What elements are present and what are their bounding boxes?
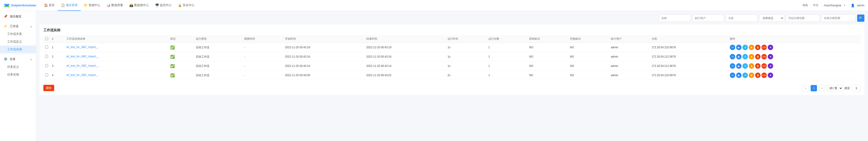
sidebar-item-task-instance[interactable]: 任务实例: [0, 71, 36, 78]
datasource-icon: 🗃️: [129, 3, 133, 7]
status-select[interactable]: 全部状态 成功 失败 运行中: [759, 15, 784, 22]
gantt-btn-2[interactable]: ■: [768, 63, 773, 69]
row-checkbox-2[interactable]: [45, 64, 48, 67]
gantt-btn-0[interactable]: ■: [768, 45, 773, 50]
dataquality-icon: 📊: [106, 3, 111, 7]
row-checkbox-0[interactable]: [45, 46, 48, 48]
next-page-button[interactable]: ›: [819, 85, 825, 91]
nav-monitor[interactable]: 🖥️ 监控中心: [152, 0, 175, 11]
timezone-btn[interactable]: Asia/Shanghai: [824, 4, 841, 7]
gantt-btn-3[interactable]: ■: [768, 73, 773, 78]
rerun-btn-1[interactable]: ▶: [736, 54, 742, 60]
th-runcount: 运行次数: [487, 35, 527, 43]
th-end: 结束时间: [365, 35, 446, 43]
cell-fault-1: NO: [527, 52, 568, 62]
cell-schedule-0: -: [242, 43, 283, 52]
nav-project[interactable]: 📋 项目管理: [58, 0, 81, 11]
cell-runcount-1: 1: [487, 52, 527, 62]
sidebar-section-workflow[interactable]: ⚡ 工作流 ▲: [0, 22, 36, 30]
cell-duration-3: 2s: [446, 71, 487, 80]
recover-btn-0[interactable]: ↺: [742, 45, 748, 50]
page-size-select[interactable]: 10 / 页 20 / 页 50 / 页: [827, 85, 843, 91]
cell-host-0: 172.28.54.210:5678: [650, 43, 728, 52]
nav-dataquality[interactable]: 📊 数据质量: [103, 0, 126, 11]
cell-actions-3: ✏ ▶ ↺ ■ 🗑 LOG ■: [728, 71, 861, 80]
lang-btn[interactable]: 中文: [813, 3, 818, 7]
start-date-input[interactable]: [786, 15, 820, 22]
rerun-btn-0[interactable]: ▶: [736, 45, 742, 50]
recover-btn-2[interactable]: ↺: [742, 63, 748, 69]
th-status: 状态: [168, 35, 194, 43]
cell-id-1: 2: [50, 52, 65, 62]
edit-btn-0[interactable]: ✏: [730, 45, 735, 50]
user-name[interactable]: admin: [857, 4, 864, 7]
sidebar-item-workflow-relation[interactable]: 工作流关系: [0, 30, 36, 38]
cell-name-0[interactable]: wf_test_for_ABC_import_...: [65, 43, 168, 52]
cell-dryrun-2: NO: [568, 62, 609, 71]
log-btn-0[interactable]: LOG: [762, 45, 767, 50]
cell-runtype-0: 启动工作流: [194, 43, 243, 52]
delete-selected-button[interactable]: 删除: [43, 85, 54, 91]
name-search-input[interactable]: [659, 15, 690, 22]
stop-btn-1[interactable]: ■: [749, 54, 754, 60]
row-checkbox-1[interactable]: [45, 55, 48, 58]
recover-btn-1[interactable]: ↺: [742, 54, 748, 60]
recover-btn-3[interactable]: ↺: [742, 73, 748, 78]
th-duration: 运行时长: [446, 35, 487, 43]
row-checkbox-3[interactable]: [45, 73, 48, 76]
log-btn-3[interactable]: LOG: [762, 73, 767, 78]
delete-btn-1[interactable]: 🗑: [755, 54, 761, 60]
sidebar-item-task-definition[interactable]: 任务定义: [0, 63, 36, 71]
task-icon: ⚙️: [4, 57, 7, 61]
end-date-input[interactable]: [822, 15, 855, 22]
cell-name-3[interactable]: wf_test_for_ABC_import_...: [65, 71, 168, 80]
stop-btn-3[interactable]: ■: [749, 73, 754, 78]
sidebar-item-workflow-definition[interactable]: 工作流定义: [0, 38, 36, 46]
stop-btn-2[interactable]: ■: [749, 63, 754, 69]
delete-btn-2[interactable]: 🗑: [755, 63, 761, 69]
rerun-btn-3[interactable]: ▶: [736, 73, 742, 78]
theme-btn[interactable]: 深色: [803, 3, 808, 7]
delete-btn-3[interactable]: 🗑: [755, 73, 761, 78]
th-name: 工作流实例名称: [65, 35, 168, 43]
cell-name-2[interactable]: wf_test_for_ABC_import_...: [65, 62, 168, 71]
edit-btn-2[interactable]: ✏: [730, 63, 735, 69]
logo-icon: [4, 2, 10, 8]
page-1-button[interactable]: 1: [811, 85, 817, 91]
workflow-instance-table: # 工作流实例名称 状态 运行类型 调度时间 开始时间 结束时间 运行时长 运行…: [43, 35, 861, 80]
collapse-task-icon: ▲: [30, 58, 32, 61]
delete-btn-0[interactable]: 🗑: [755, 45, 761, 50]
nav-resource[interactable]: 📁 资源中心: [81, 0, 103, 11]
sidebar-section-project-overview[interactable]: 📌 项目概览: [0, 13, 36, 20]
rerun-btn-2[interactable]: ▶: [736, 63, 742, 69]
sidebar-section-task[interactable]: ⚙️ 任务 ▲: [0, 55, 36, 63]
collapse-workflow-icon: ▲: [30, 25, 32, 28]
nav-security[interactable]: 🔒 安全中心: [175, 0, 197, 11]
cell-start-2: 2022-11-20 00:43:14: [283, 62, 365, 71]
cell-host-2: 172.28.54.211:5678: [650, 62, 728, 71]
gantt-btn-1[interactable]: ■: [768, 54, 773, 60]
svg-point-3: [8, 4, 9, 5]
select-all-checkbox[interactable]: [45, 37, 48, 40]
cell-schedule-2: -: [242, 62, 283, 71]
nav-home[interactable]: 🏠 首页: [41, 0, 58, 11]
sidebar-item-workflow-instance[interactable]: 工作流实例: [0, 46, 36, 53]
edit-btn-1[interactable]: ✏: [730, 54, 735, 60]
main-content: 全部状态 成功 失败 运行中 🔍 工作流实例 #: [36, 11, 868, 141]
executor-search-input[interactable]: [692, 15, 724, 22]
nav-datasource[interactable]: 🗃️ 数据源中心: [126, 0, 152, 11]
prev-page-button[interactable]: ‹: [803, 85, 809, 91]
cell-start-3: 2022-11-20 00:43:00: [283, 71, 365, 80]
search-button[interactable]: 🔍: [857, 15, 864, 22]
cell-end-0: 2022-11-20 00:43:19: [365, 43, 446, 52]
goto-input[interactable]: [852, 85, 861, 91]
log-btn-2[interactable]: LOG: [762, 63, 767, 69]
sidebar-task-items: 任务定义 任务实例: [0, 63, 36, 78]
stop-btn-0[interactable]: ■: [749, 45, 754, 50]
cell-name-1[interactable]: wf_test_for_ABC_import_...: [65, 52, 168, 62]
cell-status-1: ✅: [168, 52, 194, 62]
edit-btn-3[interactable]: ✏: [730, 73, 735, 78]
log-btn-1[interactable]: LOG: [762, 54, 767, 60]
host-search-input[interactable]: [726, 15, 757, 22]
table-row: 1 wf_test_for_ABC_import_... ✅ 启动工作流 - 2…: [43, 43, 861, 52]
